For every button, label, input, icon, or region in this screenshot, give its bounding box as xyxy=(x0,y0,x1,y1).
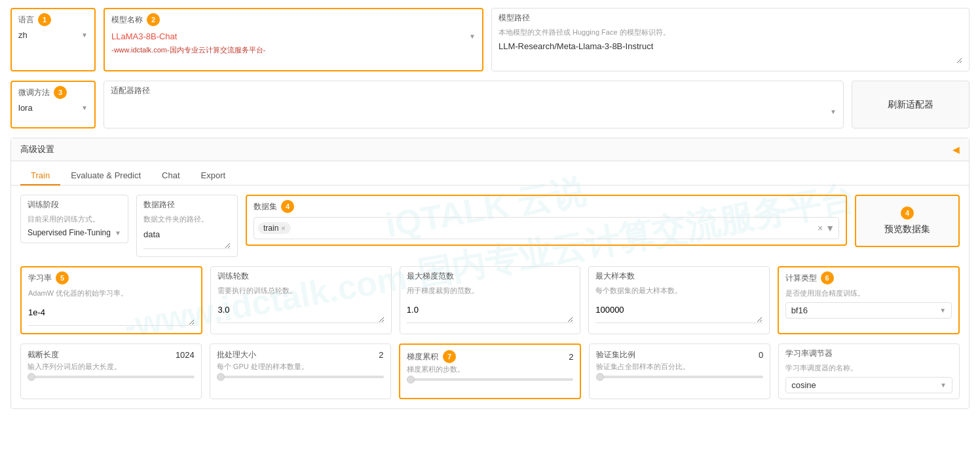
model-path-input[interactable]: LLM-Research/Meta-Llama-3-8B-Instruct xyxy=(499,40,962,64)
lr-input[interactable]: 1e-4 xyxy=(28,306,195,326)
data-path-input[interactable]: data xyxy=(143,228,231,249)
grad-accum-header: 梯度累积 7 xyxy=(407,350,574,363)
grad-accum-field: 梯度累积 7 梯度累积的步数。 xyxy=(399,343,582,399)
train-stage-field: 训练阶段 目前采用的训练方式。 Supervised Fine-Tuning ▼ xyxy=(20,195,128,243)
data-path-label: 数据路径 xyxy=(143,199,231,210)
refresh-adapter-label: 刷新适配器 xyxy=(888,99,933,111)
compute-type-value: bf16 xyxy=(791,305,940,315)
max-samples-desc: 每个数据集的最大样本数。 xyxy=(595,286,762,296)
advanced-settings-arrow[interactable]: ◀ xyxy=(952,144,960,155)
max-grad-desc: 用于梯度裁剪的范数。 xyxy=(407,286,573,296)
lr-scheduler-field: 学习率调节器 学习率调度器的名称。 cosine ▼ xyxy=(778,343,960,399)
train-stage-select[interactable]: Supervised Fine-Tuning ▼ xyxy=(28,228,121,237)
lr-desc: AdamW 优化器的初始学习率。 xyxy=(28,288,195,298)
grad-accum-slider[interactable] xyxy=(407,378,574,381)
train-tab-content: 训练阶段 目前采用的训练方式。 Supervised Fine-Tuning ▼… xyxy=(11,186,969,408)
max-grad-label: 最大梯度范数 xyxy=(407,271,573,282)
val-ratio-field: 验证集比例 验证集占全部样本的百分比。 xyxy=(589,343,770,399)
max-grad-input[interactable]: 1.0 xyxy=(407,304,573,323)
compute-type-desc: 是否使用混合精度训练。 xyxy=(785,288,952,298)
batch-size-desc: 每个 GPU 处理的样本数量。 xyxy=(217,362,384,372)
epochs-desc: 需要执行的训练总轮数。 xyxy=(217,286,384,296)
lr-scheduler-desc: 学习率调度器的名称。 xyxy=(785,363,952,373)
tabs-row: Train Evaluate & Predict Chat Export xyxy=(11,161,969,186)
compute-type-arrow[interactable]: ▼ xyxy=(939,307,946,314)
model-name-subtitle: -www.idctalk.com-国内专业云计算交流服务平台- xyxy=(111,45,476,55)
train-stage-desc: 目前采用的训练方式。 xyxy=(28,214,121,224)
tab-evaluate[interactable]: Evaluate & Predict xyxy=(60,166,151,186)
train-stage-arrow[interactable]: ▼ xyxy=(115,229,121,237)
max-samples-input[interactable]: 100000 xyxy=(595,304,762,323)
batch-size-label: 批处理大小 xyxy=(217,349,256,361)
data-path-field: 数据路径 数据文件夹的路径。 data xyxy=(136,195,238,257)
cutoff-desc: 输入序列分词后的最大长度。 xyxy=(28,362,195,372)
model-name-input[interactable] xyxy=(111,30,469,43)
adapter-arrow[interactable]: ▼ xyxy=(830,108,837,115)
advanced-settings-section: 高级设置 ◀ Train Evaluate & Predict Chat Exp… xyxy=(10,138,970,409)
lang-select[interactable]: zh ▼ xyxy=(18,30,88,40)
dataset-badge: 4 xyxy=(281,200,294,213)
val-ratio-slider[interactable] xyxy=(596,376,763,378)
finetune-badge: 3 xyxy=(54,86,67,99)
grad-accum-input[interactable] xyxy=(534,352,573,362)
epochs-input[interactable]: 3.0 xyxy=(217,304,384,323)
finetune-field: 微调方法 3 lora ▼ xyxy=(10,81,96,128)
batch-size-input[interactable] xyxy=(345,350,384,360)
epochs-label: 训练轮数 xyxy=(217,271,384,282)
model-path-desc: 本地模型的文件路径或 Hugging Face 的模型标识符。 xyxy=(499,28,962,37)
dataset-tags[interactable]: train × × ▼ xyxy=(254,217,839,239)
lr-scheduler-value: cosine xyxy=(791,380,940,390)
lang-field: 语言 1 zh ▼ xyxy=(10,8,96,71)
lr-scheduler-arrow[interactable]: ▼ xyxy=(940,382,947,389)
val-ratio-label: 验证集比例 xyxy=(596,349,635,361)
grad-accum-badge: 7 xyxy=(443,350,456,363)
finetune-select[interactable]: lora ▼ xyxy=(18,103,88,113)
grad-accum-label: 梯度累积 xyxy=(407,352,438,361)
compute-type-select[interactable]: bf16 ▼ xyxy=(785,302,952,319)
refresh-adapter-button[interactable]: 刷新适配器 xyxy=(852,81,970,128)
dataset-actions: × ▼ xyxy=(818,223,835,233)
lr-scheduler-select[interactable]: cosine ▼ xyxy=(785,377,952,393)
val-ratio-input[interactable] xyxy=(724,350,763,360)
model-name-arrow[interactable]: ▼ xyxy=(469,33,476,40)
val-ratio-desc: 验证集占全部样本的百分比。 xyxy=(596,362,763,372)
model-name-badge: 2 xyxy=(147,13,160,26)
dataset-field: 数据集 4 train × × ▼ xyxy=(246,195,847,246)
tab-export[interactable]: Export xyxy=(191,166,236,186)
tab-train[interactable]: Train xyxy=(20,166,60,186)
cutoff-header: 截断长度 xyxy=(28,349,195,361)
dataset-label: 数据集 4 xyxy=(254,200,839,213)
adapter-select[interactable]: ▼ xyxy=(111,100,837,123)
train-stage-label: 训练阶段 xyxy=(28,199,121,210)
model-name-label: 模型名称 2 xyxy=(111,13,476,26)
train-stage-value: Supervised Fine-Tuning xyxy=(28,228,111,237)
dataset-dropdown-btn[interactable]: ▼ xyxy=(825,223,835,233)
finetune-arrow[interactable]: ▼ xyxy=(81,104,88,111)
lang-value: zh xyxy=(18,30,28,40)
preview-badge: 4 xyxy=(901,206,914,220)
adapter-label: 适配器路径 xyxy=(111,85,837,96)
cutoff-slider[interactable] xyxy=(28,376,195,378)
tab-chat[interactable]: Chat xyxy=(151,166,190,186)
batch-size-slider[interactable] xyxy=(217,376,384,378)
cutoff-field: 截断长度 输入序列分词后的最大长度。 xyxy=(20,343,202,399)
batch-size-header: 批处理大小 xyxy=(217,349,384,361)
preview-btn-label: 预览数据集 xyxy=(884,224,930,235)
dataset-clear-btn[interactable]: × xyxy=(818,223,823,233)
compute-type-field: 计算类型 6 是否使用混合精度训练。 bf16 ▼ xyxy=(778,266,960,334)
advanced-settings-header[interactable]: 高级设置 ◀ xyxy=(11,138,969,161)
finetune-label: 微调方法 3 xyxy=(18,86,88,99)
batch-size-field: 批处理大小 每个 GPU 处理的样本数量。 xyxy=(210,343,391,399)
dataset-tag-close[interactable]: × xyxy=(281,224,285,232)
compute-type-label: 计算类型 6 xyxy=(785,271,952,284)
dataset-tag-train: train × xyxy=(258,222,291,234)
model-path-label: 模型路径 xyxy=(499,12,962,24)
advanced-settings-title: 高级设置 xyxy=(20,144,54,155)
lang-arrow[interactable]: ▼ xyxy=(81,31,88,39)
epochs-field: 训练轮数 需要执行的训练总轮数。 3.0 xyxy=(210,266,391,334)
lr-scheduler-label: 学习率调节器 xyxy=(785,348,952,359)
preview-dataset-button[interactable]: 4 预览数据集 xyxy=(855,195,960,247)
finetune-value: lora xyxy=(18,103,33,113)
lang-label: 语言 1 xyxy=(18,13,88,26)
cutoff-input[interactable] xyxy=(155,350,195,360)
